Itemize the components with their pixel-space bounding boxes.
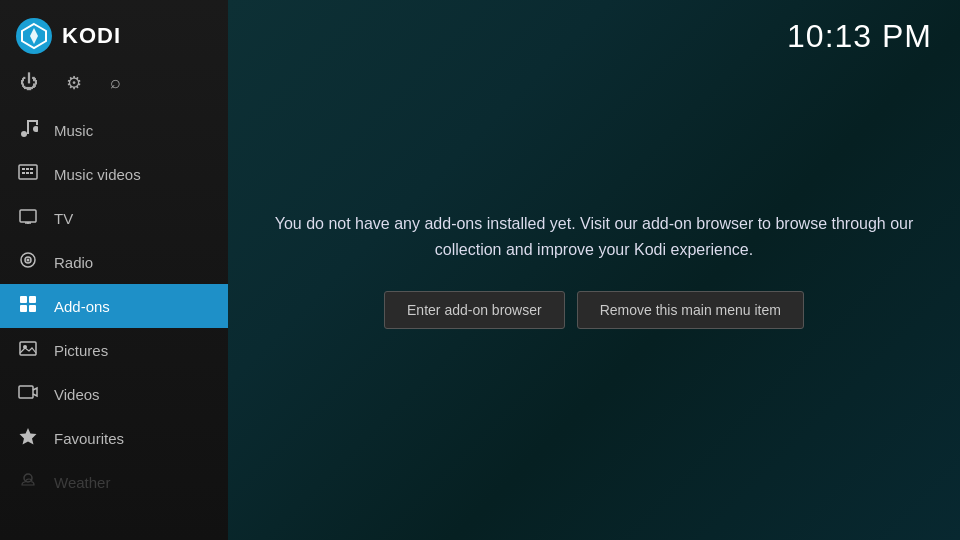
svg-rect-4 — [27, 120, 29, 134]
sidebar-action-icons: ⏻ ⚙ ⌕ — [0, 68, 228, 108]
sidebar-label-add-ons: Add-ons — [54, 298, 110, 315]
svg-rect-14 — [30, 172, 33, 174]
sidebar-label-music-videos: Music videos — [54, 166, 141, 183]
svg-rect-15 — [20, 210, 36, 222]
svg-rect-13 — [26, 172, 29, 174]
sidebar-item-favourites[interactable]: Favourites — [0, 416, 228, 460]
settings-icon[interactable]: ⚙ — [66, 72, 82, 94]
svg-rect-5 — [27, 120, 36, 122]
weather-icon — [16, 470, 40, 494]
svg-point-7 — [33, 126, 38, 132]
svg-rect-9 — [22, 168, 25, 170]
svg-rect-23 — [20, 305, 27, 312]
content-area: You do not have any add-ons installed ye… — [228, 211, 960, 328]
sidebar-label-videos: Videos — [54, 386, 100, 403]
tv-icon — [16, 206, 40, 230]
sidebar-label-radio: Radio — [54, 254, 93, 271]
app-title: KODI — [62, 23, 121, 49]
search-icon[interactable]: ⌕ — [110, 72, 121, 94]
sidebar-label-pictures: Pictures — [54, 342, 108, 359]
sidebar-item-tv[interactable]: TV — [0, 196, 228, 240]
favourites-icon — [16, 426, 40, 450]
pictures-icon — [16, 338, 40, 362]
power-icon[interactable]: ⏻ — [20, 72, 38, 94]
sidebar-item-add-ons[interactable]: Add-ons — [0, 284, 228, 328]
svg-rect-11 — [30, 168, 33, 170]
svg-rect-10 — [26, 168, 29, 170]
remove-menu-item-button[interactable]: Remove this main menu item — [577, 291, 804, 329]
sidebar-item-music[interactable]: Music — [0, 108, 228, 152]
music-icon — [16, 118, 40, 142]
svg-rect-27 — [19, 386, 33, 398]
sidebar-nav: Music Music videos TV Radio Add-ons — [0, 108, 228, 540]
svg-marker-28 — [20, 428, 37, 445]
main-content: 10:13 PM You do not have any add-ons ins… — [228, 0, 960, 540]
sidebar-header: KODI — [0, 0, 228, 68]
music-videos-icon — [16, 162, 40, 186]
svg-rect-6 — [36, 120, 38, 125]
svg-point-20 — [27, 259, 30, 262]
action-buttons: Enter add-on browser Remove this main me… — [384, 291, 804, 329]
svg-rect-22 — [29, 296, 36, 303]
time-display: 10:13 PM — [787, 18, 932, 55]
kodi-logo-icon — [16, 18, 52, 54]
enter-addon-browser-button[interactable]: Enter add-on browser — [384, 291, 565, 329]
sidebar-label-weather: Weather — [54, 474, 110, 491]
addons-icon — [16, 294, 40, 318]
svg-point-3 — [21, 131, 27, 137]
sidebar-item-pictures[interactable]: Pictures — [0, 328, 228, 372]
svg-rect-24 — [29, 305, 36, 312]
sidebar-label-favourites: Favourites — [54, 430, 124, 447]
svg-rect-25 — [20, 342, 36, 355]
sidebar-label-music: Music — [54, 122, 93, 139]
sidebar-item-videos[interactable]: Videos — [0, 372, 228, 416]
svg-rect-12 — [22, 172, 25, 174]
info-message: You do not have any add-ons installed ye… — [268, 211, 920, 262]
sidebar: KODI ⏻ ⚙ ⌕ Music Music videos TV — [0, 0, 228, 540]
radio-icon — [16, 250, 40, 274]
sidebar-label-tv: TV — [54, 210, 73, 227]
svg-rect-21 — [20, 296, 27, 303]
sidebar-item-music-videos[interactable]: Music videos — [0, 152, 228, 196]
videos-icon — [16, 382, 40, 406]
sidebar-item-weather[interactable]: Weather — [0, 460, 228, 504]
sidebar-item-radio[interactable]: Radio — [0, 240, 228, 284]
